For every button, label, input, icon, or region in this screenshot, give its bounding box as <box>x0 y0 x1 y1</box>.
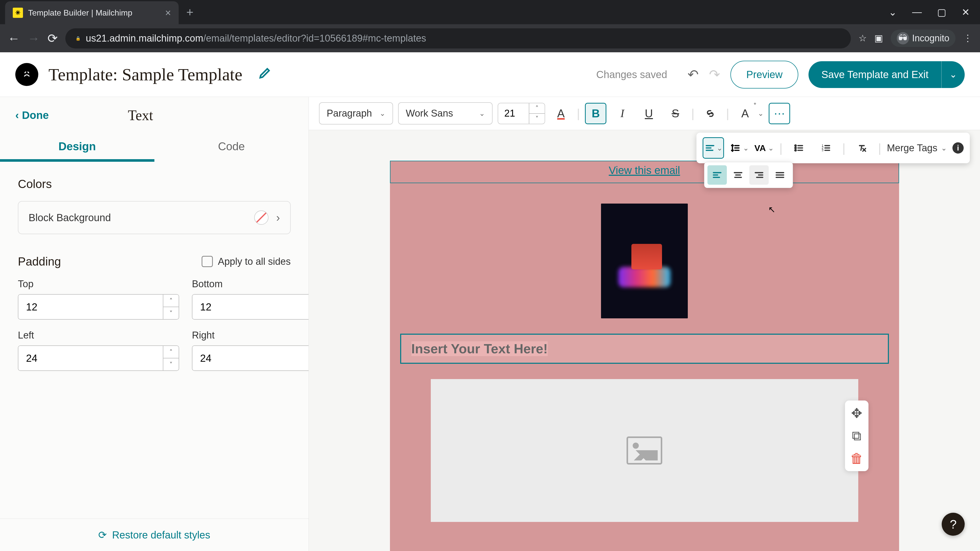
reload-icon[interactable]: ⟳ <box>48 31 58 45</box>
bullet-list-button[interactable] <box>788 137 810 159</box>
svg-text:3: 3 <box>822 148 824 152</box>
back-icon[interactable]: ← <box>8 32 20 45</box>
tab-title: Template Builder | Mailchimp <box>28 8 132 17</box>
step-down-icon[interactable]: ˅ <box>529 114 545 124</box>
save-template-button[interactable]: Save Template and Exit <box>808 61 941 88</box>
app-header: Template: Sample Template Changes saved … <box>0 52 980 97</box>
incognito-badge[interactable]: 🕶 Incognito <box>891 30 956 47</box>
pad-bottom-label: Bottom <box>192 279 309 289</box>
merge-tags-dropdown[interactable]: Merge Tags⌄ <box>887 143 947 154</box>
text-style-dropdown[interactable]: A+ ⌄ <box>734 103 764 124</box>
pad-top-input[interactable] <box>18 295 163 319</box>
italic-button[interactable]: I <box>611 103 633 124</box>
url: us21.admin.mailchimp.com/email/templates… <box>86 33 426 44</box>
step-up-icon[interactable]: ˄ <box>163 295 179 307</box>
svg-point-7 <box>795 145 797 146</box>
image-placeholder-block[interactable] <box>431 379 858 522</box>
tab-design[interactable]: Design <box>0 134 154 162</box>
more-options-button[interactable]: ⋯ <box>769 103 790 124</box>
underline-button[interactable]: U <box>638 103 659 124</box>
font-size-input[interactable] <box>498 103 529 124</box>
font-size-stepper[interactable]: ˄˅ <box>498 103 545 124</box>
delete-block-icon[interactable]: 🗑 <box>850 451 863 466</box>
pad-left-input[interactable] <box>18 346 163 370</box>
kebab-menu-icon[interactable]: ⋮ <box>963 33 972 44</box>
pad-bottom-input[interactable] <box>192 295 309 319</box>
block-type-dropdown[interactable]: Paragraph⌄ <box>319 102 393 124</box>
email-canvas[interactable]: View this email Insert Your Text Here! ✥… <box>390 161 899 551</box>
toolbar-overflow-popover: ⌄ ⌄ VA ⌄ | 123 | <box>697 133 970 163</box>
help-button[interactable]: ? <box>942 513 965 536</box>
pad-right-stepper[interactable]: ˄˅ <box>192 345 309 371</box>
chevron-down-icon: ⌄ <box>758 109 764 118</box>
numbered-list-button[interactable]: 123 <box>815 137 837 159</box>
minimize-icon[interactable]: — <box>912 6 922 18</box>
address-bar[interactable]: 🔒 us21.admin.mailchimp.com/email/templat… <box>65 28 851 48</box>
strikethrough-button[interactable]: S <box>665 103 686 124</box>
svg-point-9 <box>795 149 797 151</box>
pad-right-input[interactable] <box>192 346 309 370</box>
selected-text-block[interactable]: Insert Your Text Here! <box>400 333 889 364</box>
align-right-button[interactable] <box>749 165 769 185</box>
edit-title-icon[interactable] <box>258 66 272 83</box>
text-block-content[interactable]: Insert Your Text Here! <box>411 341 548 356</box>
colors-label: Colors <box>18 177 291 191</box>
step-down-icon[interactable]: ˅ <box>163 359 179 370</box>
mailchimp-logo[interactable] <box>15 63 38 86</box>
save-status: Changes saved <box>596 69 667 80</box>
align-dropdown-button[interactable]: ⌄ <box>703 137 724 159</box>
chevron-right-icon: › <box>276 211 280 224</box>
tabs-overview-icon[interactable]: ⌄ <box>889 6 897 18</box>
done-link[interactable]: ‹ Done <box>15 109 49 121</box>
block-background-row[interactable]: Block Background › <box>18 201 291 234</box>
panel-title: Text <box>128 107 153 124</box>
info-icon[interactable]: i <box>953 142 964 154</box>
letter-spacing-dropdown[interactable]: VA ⌄ <box>754 143 774 153</box>
close-tab-icon[interactable]: × <box>165 7 171 19</box>
step-up-icon[interactable]: ˄ <box>163 346 179 359</box>
clear-format-button[interactable] <box>851 137 873 159</box>
step-up-icon[interactable]: ˄ <box>529 103 545 114</box>
restore-defaults-button[interactable]: ⟳ Restore default styles <box>0 519 309 551</box>
step-down-icon[interactable]: ˅ <box>163 307 179 319</box>
image-placeholder-icon <box>627 437 662 465</box>
hero-image[interactable] <box>601 203 688 318</box>
tab-code[interactable]: Code <box>154 134 309 162</box>
duplicate-block-icon[interactable]: ⧉ <box>850 428 863 444</box>
refresh-icon: ⟳ <box>98 529 107 541</box>
apply-all-checkbox[interactable]: Apply to all sides <box>202 256 291 267</box>
window-controls: ⌄ — ▢ ✕ <box>889 6 980 18</box>
move-block-icon[interactable]: ✥ <box>850 406 863 421</box>
save-dropdown-button[interactable]: ⌄ <box>941 61 965 88</box>
new-tab-button[interactable]: + <box>186 5 193 19</box>
pad-top-stepper[interactable]: ˄˅ <box>18 294 179 320</box>
redo-icon[interactable]: ↷ <box>709 67 720 82</box>
preview-button[interactable]: Preview <box>730 61 798 89</box>
text-color-button[interactable]: A <box>550 103 572 124</box>
line-height-dropdown[interactable]: ⌄ <box>730 142 749 154</box>
panel-icon[interactable]: ▣ <box>874 33 883 44</box>
browser-tab[interactable]: ✳ Template Builder | Mailchimp × <box>5 1 179 24</box>
view-email-link[interactable]: View this email <box>609 164 680 176</box>
bold-button[interactable]: B <box>585 103 606 124</box>
page-title: Template: Sample Template <box>48 65 242 85</box>
chevron-down-icon: ⌄ <box>479 109 485 118</box>
align-left-button[interactable] <box>708 165 727 185</box>
undo-icon[interactable]: ↶ <box>687 67 699 82</box>
close-window-icon[interactable]: ✕ <box>962 6 970 18</box>
pad-left-stepper[interactable]: ˄˅ <box>18 345 179 371</box>
editor: Paragraph⌄ Work Sans⌄ ˄˅ A | B I U S | |… <box>309 97 980 551</box>
maximize-icon[interactable]: ▢ <box>937 6 946 18</box>
pad-bottom-stepper[interactable]: ˄˅ <box>192 294 309 320</box>
lock-icon: 🔒 <box>76 36 81 41</box>
bookmark-icon[interactable]: ☆ <box>859 33 867 44</box>
align-justify-button[interactable] <box>770 165 790 185</box>
forward-icon[interactable]: → <box>27 32 40 45</box>
nav-bar: ← → ⟳ 🔒 us21.admin.mailchimp.com/email/t… <box>0 24 980 52</box>
font-family-dropdown[interactable]: Work Sans⌄ <box>398 102 493 124</box>
view-email-block[interactable]: View this email <box>390 161 899 183</box>
svg-point-8 <box>795 147 797 149</box>
align-center-button[interactable] <box>729 165 748 185</box>
incognito-icon: 🕶 <box>897 32 909 44</box>
link-button[interactable] <box>700 103 721 124</box>
